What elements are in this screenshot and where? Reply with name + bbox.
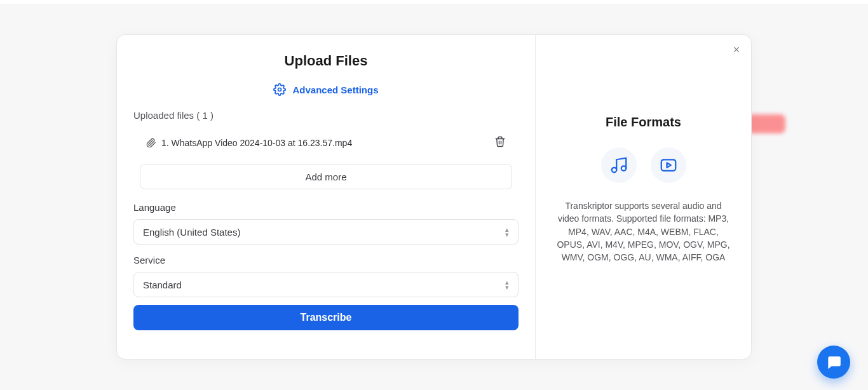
file-name: 1. WhatsApp Video 2024-10-03 at 16.23.57… (161, 138, 352, 148)
gear-icon (273, 83, 286, 96)
background-accent (747, 114, 785, 133)
service-select[interactable]: Standard ▴▾ (133, 272, 519, 297)
language-value: English (United States) (143, 227, 240, 238)
topbar (0, 0, 868, 5)
language-label: Language (133, 202, 519, 213)
audio-icon (609, 156, 628, 175)
close-button[interactable] (731, 44, 742, 55)
info-panel: File Formats Transkriptor supports sever… (535, 35, 751, 359)
format-icons (551, 147, 736, 183)
svg-point-3 (611, 168, 616, 173)
svg-point-0 (278, 88, 281, 91)
delete-file-button[interactable] (494, 136, 506, 150)
trash-icon (494, 136, 506, 147)
modal-title: Upload Files (117, 53, 535, 69)
service-label: Service (133, 255, 519, 266)
add-more-label: Add more (305, 171, 346, 182)
audio-format-icon-wrap (601, 147, 637, 183)
close-icon (732, 45, 741, 54)
file-info: 1. WhatsApp Video 2024-10-03 at 16.23.57… (146, 138, 352, 148)
svg-marker-6 (667, 163, 670, 168)
advanced-settings-label: Advanced Settings (292, 84, 378, 95)
add-more-button[interactable]: Add more (140, 164, 512, 189)
upload-panel: Upload Files Advanced Settings Uploaded … (117, 35, 535, 359)
chat-icon (825, 354, 842, 370)
uploaded-files-label: Uploaded files ( 1 ) (133, 110, 519, 121)
video-format-icon-wrap (651, 147, 686, 183)
advanced-settings-link[interactable]: Advanced Settings (117, 83, 535, 96)
chevron-updown-icon: ▴▾ (505, 280, 509, 290)
transcribe-button[interactable]: Transcribe (133, 305, 519, 330)
upload-content: Uploaded files ( 1 ) 1. WhatsApp Video 2… (117, 110, 535, 330)
svg-point-4 (621, 166, 626, 171)
video-icon (659, 156, 678, 175)
file-formats-title: File Formats (551, 115, 736, 130)
uploaded-file-row: 1. WhatsApp Video 2024-10-03 at 16.23.57… (133, 131, 519, 155)
attachment-icon (146, 138, 156, 148)
service-value: Standard (143, 279, 182, 290)
upload-modal: Upload Files Advanced Settings Uploaded … (116, 34, 752, 360)
svg-rect-5 (661, 159, 675, 171)
language-select[interactable]: English (United States) ▴▾ (133, 219, 519, 245)
chevron-updown-icon: ▴▾ (505, 227, 509, 237)
file-formats-description: Transkriptor supports several audio and … (551, 199, 736, 264)
chat-widget-button[interactable] (817, 346, 850, 379)
